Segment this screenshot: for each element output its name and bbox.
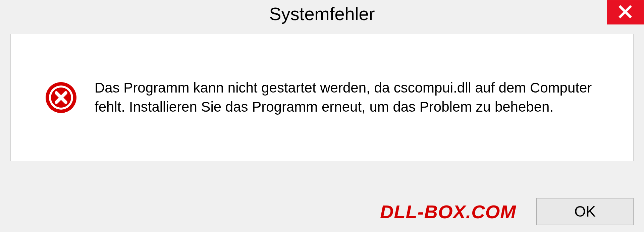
watermark-text: DLL-BOX.COM — [380, 201, 516, 223]
footer: DLL-BOX.COM OK — [0, 198, 634, 225]
titlebar: Systemfehler — [0, 0, 644, 27]
error-icon — [44, 81, 78, 114]
error-message: Das Programm kann nicht gestartet werden… — [95, 78, 620, 116]
ok-button[interactable]: OK — [536, 198, 634, 225]
close-icon — [618, 4, 633, 20]
content-panel: Das Programm kann nicht gestartet werden… — [10, 34, 634, 161]
close-button[interactable] — [607, 0, 644, 24]
dialog-title: Systemfehler — [269, 3, 375, 24]
